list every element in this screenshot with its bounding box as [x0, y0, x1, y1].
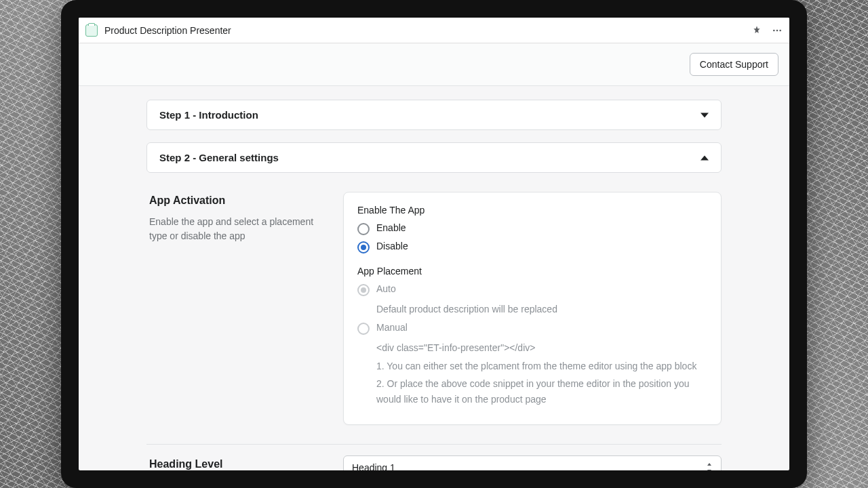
activation-card: Enable The App Enable Disable App P [343, 192, 722, 425]
accordion-step2-label: Step 2 - General settings [159, 152, 279, 163]
content-area: Step 1 - Introduction Step 2 - General s… [79, 86, 789, 470]
placement-radio-group: Auto Default product description will be… [357, 283, 707, 407]
activation-title: App Activation [149, 195, 330, 207]
heading-left: Heading Level Choose a heading level to … [146, 455, 330, 470]
accordion-step1-label: Step 1 - Introduction [159, 109, 258, 121]
laptop-frame: Product Description Presenter Contact Su… [61, 0, 807, 488]
placement-label: App Placement [357, 266, 707, 277]
activation-desc: Enable the app and select a placement ty… [149, 215, 330, 243]
heading-level-select[interactable]: Heading 1 [343, 455, 722, 470]
radio-icon [357, 223, 370, 235]
heading-title: Heading Level [149, 458, 330, 470]
contact-support-button[interactable]: Contact Support [690, 53, 778, 76]
select-value: Heading 1 [352, 462, 395, 470]
radio-disable-label: Disable [376, 241, 408, 251]
enable-radio-group: Enable Disable [357, 222, 707, 253]
title-right [751, 25, 783, 36]
svg-point-0 [773, 29, 775, 31]
radio-icon [357, 323, 370, 335]
accordion-step1[interactable]: Step 1 - Introduction [146, 100, 722, 130]
app-icon [85, 24, 98, 37]
header-band: Contact Support [79, 43, 789, 86]
setting-heading-level: Heading Level Choose a heading level to … [146, 445, 722, 470]
radio-auto: Auto [357, 283, 707, 296]
chevron-down-icon [701, 111, 709, 119]
enable-label: Enable The App [357, 205, 707, 216]
app-title: Product Description Presenter [104, 25, 231, 36]
radio-enable[interactable]: Enable [357, 222, 707, 235]
select-caret-icon [706, 463, 713, 470]
radio-auto-label: Auto [376, 283, 396, 294]
accordion-step2[interactable]: Step 2 - General settings [146, 142, 722, 173]
svg-point-1 [776, 29, 778, 31]
manual-line2: 2. Or place the above code snippet in yo… [376, 376, 707, 407]
radio-enable-label: Enable [376, 222, 406, 233]
title-left: Product Description Presenter [85, 24, 231, 37]
radio-icon [357, 241, 370, 253]
pin-icon[interactable] [751, 25, 762, 36]
more-icon[interactable] [772, 25, 783, 36]
titlebar: Product Description Presenter [79, 18, 789, 43]
radio-icon [357, 284, 370, 296]
setting-activation: App Activation Enable the app and select… [146, 181, 722, 445]
chevron-up-icon [701, 154, 709, 162]
manual-line1: 1. You can either set the plcament from … [376, 359, 707, 373]
app-screen: Product Description Presenter Contact Su… [79, 18, 789, 470]
radio-disable[interactable]: Disable [357, 241, 707, 253]
svg-point-2 [779, 29, 781, 31]
radio-manual: Manual [357, 322, 707, 335]
radio-manual-label: Manual [376, 322, 408, 333]
activation-left: App Activation Enable the app and select… [146, 192, 330, 425]
heading-card: Heading 1 [343, 455, 722, 470]
step2-panel: App Activation Enable the app and select… [146, 181, 722, 470]
auto-desc: Default product description will be repl… [376, 302, 707, 317]
manual-code: <div class="ET-info-presenter"></div> [376, 340, 707, 355]
